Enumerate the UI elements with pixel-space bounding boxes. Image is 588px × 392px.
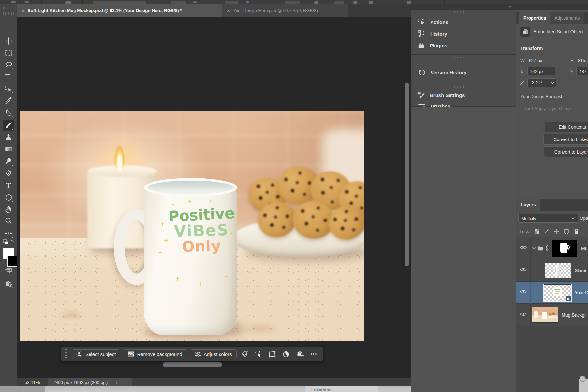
background-sidebar-heading: Locations	[311, 387, 331, 392]
lock-all-icon[interactable]	[574, 229, 579, 234]
collapse-panels-chevron[interactable]: «	[508, 4, 511, 9]
status-chevron-icon[interactable]: ›	[115, 379, 117, 386]
hand-tool[interactable]	[3, 204, 14, 215]
version-history-icon	[418, 68, 426, 76]
x-position-input[interactable]: 942 px	[527, 67, 555, 75]
contextual-task-bar: Select subject Remove background Adjust …	[61, 347, 323, 361]
default-swap-colors-icon[interactable]	[3, 239, 14, 246]
tab-mug-mockup[interactable]: × Soft Light Kitchen Mug Mockup.psd @ 62…	[17, 4, 222, 17]
design-line-2: ViBeS	[167, 222, 236, 239]
warp-transform-icon[interactable]	[267, 349, 278, 359]
vertical-scrollbar[interactable]	[405, 83, 409, 266]
layer-thumbnail[interactable]	[532, 307, 558, 323]
layer-row-your-design[interactable]: Your D	[516, 282, 588, 304]
visibility-eye-icon[interactable]	[520, 289, 527, 294]
background-window-badge	[580, 376, 586, 382]
generative-filter-icon[interactable]	[239, 349, 250, 359]
document-size-status[interactable]: 2400 px x 1602 px (300 ppi) ›	[48, 378, 132, 386]
object-selection-tool[interactable]	[3, 83, 14, 94]
pen-tool[interactable]	[3, 168, 14, 179]
convert-to-linked-button[interactable]: Convert to Linked.	[543, 134, 588, 145]
zoom-tool[interactable]	[3, 215, 14, 226]
tab-layers[interactable]: Layers	[516, 199, 540, 211]
chevron-down-icon[interactable]	[532, 247, 536, 249]
angle-input[interactable]: -2.21°	[527, 78, 556, 87]
tab-your-design[interactable]: × Your Design Here.psb @ 66.7% (9, RGB/8…	[222, 4, 348, 17]
tab-properties[interactable]: Properties	[519, 12, 550, 24]
visibility-eye-icon[interactable]	[520, 312, 527, 317]
more-tools-ellipsis[interactable]	[3, 228, 14, 239]
lock-pixels-icon[interactable]	[544, 229, 549, 234]
status-bar: 62.11% 2400 px x 1602 px (300 ppi) ›	[17, 378, 411, 386]
properties-tab-strip: Properties Adjustments	[516, 12, 588, 24]
zoom-level-field[interactable]: 62.11%	[24, 380, 40, 385]
panel-button-plugins[interactable]: Plugins	[411, 40, 516, 51]
gradient-tool[interactable]	[3, 143, 14, 155]
panel-dock: Actions History Plugins Version History	[411, 10, 516, 392]
document-canvas[interactable]: Positive ViBeS Only	[20, 111, 364, 341]
layer-thumbnail[interactable]	[543, 284, 572, 302]
healing-brush-tool[interactable]	[3, 107, 14, 118]
close-tab-icon[interactable]: ×	[227, 8, 230, 13]
y-position-input[interactable]: 487	[576, 67, 588, 75]
tools-panel	[0, 17, 17, 392]
actions-icon	[418, 18, 426, 26]
close-tab-icon[interactable]: ×	[22, 8, 24, 13]
panel-button-brush-settings[interactable]: Brush Settings	[411, 89, 516, 101]
lock-position-icon[interactable]	[554, 229, 559, 234]
layer-row-mug-group[interactable]: Mu	[516, 237, 588, 259]
document-tab-bar: × Soft Light Kitchen Mug Mockup.psd @ 62…	[17, 4, 411, 17]
more-options-icon[interactable]	[308, 349, 319, 359]
lasso-tool[interactable]	[3, 59, 14, 70]
adjust-colors-button[interactable]: Adjust colors	[190, 349, 237, 359]
rectangular-marquee-tool[interactable]	[3, 47, 14, 58]
layer-row-shine[interactable]: Shine	[516, 259, 588, 282]
screen-mode-icon[interactable]	[3, 278, 14, 289]
brush-tool[interactable]	[3, 120, 14, 131]
visibility-eye-icon[interactable]	[520, 245, 527, 250]
expand-toolbar-chevron[interactable]: »	[3, 5, 5, 10]
options-input-partial[interactable]	[93, 1, 146, 4]
toolbar-grip[interactable]	[3, 12, 15, 15]
quick-mask-icon[interactable]	[3, 265, 14, 276]
tab-adjustments[interactable]: Adjustments	[550, 12, 584, 24]
select-subject-button[interactable]: Select subject	[72, 349, 120, 359]
layer-row-mug-background[interactable]: Mug Backgr	[516, 304, 588, 326]
eyedropper-tool[interactable]	[3, 95, 14, 106]
layers-tab-strip: Layers	[516, 199, 588, 211]
panel-button-actions[interactable]: Actions	[411, 16, 516, 28]
panel-button-version-history[interactable]: Version History	[411, 66, 516, 78]
type-tool[interactable]	[3, 180, 14, 191]
height-value: 815 p	[578, 58, 588, 63]
layer-comp-dropdown[interactable]: Don't Apply Layer Comp	[520, 104, 585, 113]
smart-object-icon	[520, 27, 530, 37]
crop-tool[interactable]	[3, 71, 14, 82]
taskbar-drag-handle[interactable]	[65, 349, 67, 360]
blend-mode-select[interactable]: Multiply	[518, 214, 578, 223]
smart-object-badge-icon	[566, 296, 571, 301]
contrast-icon[interactable]	[281, 349, 291, 359]
layer-mask-thumbnail[interactable]	[552, 240, 577, 257]
convert-to-layers-button[interactable]: Convert to Layers	[544, 146, 588, 157]
brush-settings-icon	[418, 91, 425, 99]
right-panel-column: Properties Adjustments Embedded Smart Ob…	[516, 10, 588, 392]
lock-artboard-icon[interactable]	[564, 229, 569, 234]
ellipse-shape-tool[interactable]	[3, 192, 14, 203]
layers-panel-empty-area	[516, 326, 588, 392]
dodge-tool[interactable]	[3, 155, 14, 167]
magic-wand-icon[interactable]	[253, 349, 264, 359]
remove-background-button[interactable]: Remove background	[123, 349, 187, 359]
add-image-icon[interactable]	[295, 349, 305, 359]
layer-thumbnail[interactable]	[545, 263, 571, 278]
angle-dropdown-chevron[interactable]	[549, 79, 556, 87]
edit-contents-button[interactable]: Edit Contents	[545, 122, 588, 132]
person-icon	[76, 351, 83, 357]
move-tool[interactable]	[3, 35, 14, 46]
horizontal-scrollbar[interactable]	[163, 362, 222, 367]
image-icon	[128, 351, 134, 357]
canvas-pasteboard[interactable]: Positive ViBeS Only	[17, 17, 411, 378]
visibility-eye-icon[interactable]	[520, 267, 527, 272]
panel-button-history[interactable]: History	[411, 28, 516, 40]
lock-transparency-icon[interactable]	[534, 229, 540, 234]
clone-stamp-tool[interactable]	[3, 132, 14, 143]
